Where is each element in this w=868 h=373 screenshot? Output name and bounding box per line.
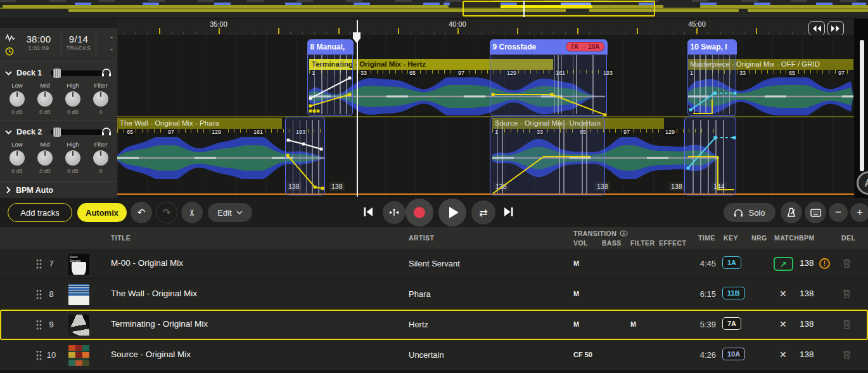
col-match[interactable]: MATCH (774, 234, 799, 242)
delete-track-button[interactable] (843, 289, 851, 301)
chevron-down-icon[interactable] (5, 130, 12, 134)
skip-to-end-button[interactable] (503, 206, 514, 220)
playhead-line[interactable] (357, 20, 358, 197)
solo-button[interactable]: Solo (724, 203, 775, 222)
transition-filter-value[interactable]: M (630, 320, 636, 328)
key-badge[interactable]: 7A (722, 317, 741, 330)
col-transition[interactable]: TRANSITION (573, 230, 628, 237)
bpm-automation-line[interactable] (117, 193, 854, 195)
ruler-minor-tick (422, 32, 423, 34)
transition-region[interactable]: 9 Crossfade7A → 10A (490, 39, 607, 116)
key-badge[interactable]: 11B (722, 287, 745, 299)
ruler-minor-tick (482, 32, 482, 34)
col-del[interactable]: DEL (841, 234, 855, 242)
overview-minimap[interactable] (0, 0, 868, 19)
knob-low-control[interactable] (10, 91, 25, 107)
drag-handle-icon[interactable] (36, 320, 42, 330)
drag-handle-icon[interactable] (36, 350, 42, 361)
col-nrg[interactable]: NRG (751, 234, 767, 242)
col-filter[interactable]: FILTER (630, 239, 654, 247)
arrangement-timeline[interactable]: 1336597129161193Terminating - Original M… (117, 35, 854, 198)
knob-high-control[interactable] (65, 91, 80, 107)
transition-region[interactable] (684, 117, 736, 195)
transition-region[interactable]: 10 Swap, I (687, 39, 736, 116)
drag-handle-icon[interactable] (36, 289, 42, 300)
redo-button[interactable]: ↷ (156, 202, 177, 223)
track-title[interactable]: M-00 - Original Mix (111, 258, 183, 268)
transition-vol-value[interactable]: M (573, 290, 579, 298)
playlist-row[interactable]: 7 Silent Servant M-00 - Original Mix Sil… (0, 249, 868, 279)
slider-handle[interactable] (53, 69, 61, 78)
col-effect[interactable]: EFFECT (659, 239, 686, 247)
transition-vol-value[interactable]: M (573, 259, 579, 267)
no-match-icon[interactable]: ✕ (779, 289, 787, 299)
metronome-button[interactable] (781, 202, 802, 223)
knob-high-control[interactable] (65, 150, 80, 166)
no-match-icon[interactable]: ✕ (779, 319, 787, 329)
transition-vol-value[interactable]: CF 50 (573, 351, 592, 358)
cut-button[interactable]: ✂ (181, 202, 203, 223)
delete-track-button[interactable] (843, 259, 851, 271)
knob-mid-control[interactable] (37, 150, 53, 166)
deck-1-volume-slider[interactable] (51, 70, 103, 76)
delete-track-button[interactable] (843, 350, 851, 362)
bpm-auto-section[interactable]: BPM Auto (0, 181, 117, 198)
key-badge[interactable]: 1A (722, 256, 741, 269)
transition-region[interactable]: 8 Manual, (307, 39, 353, 116)
knob-mid-control[interactable] (37, 91, 53, 107)
track-title[interactable]: Source - Original Mix (111, 350, 191, 359)
knob-value: 0 dB (33, 168, 57, 174)
transition-region[interactable] (490, 117, 605, 195)
playlist-row[interactable]: 10 Source - Original Mix Uncertain CF 50… (0, 340, 868, 370)
col-title[interactable]: TITLE (111, 234, 131, 242)
record-button[interactable] (405, 199, 433, 226)
album-art: Silent Servant (68, 254, 89, 275)
zoom-out-button[interactable]: − (829, 203, 848, 222)
col-vol[interactable]: VOL (573, 239, 588, 247)
minimap-cue-segment (75, 3, 91, 5)
playlist-row[interactable]: 8 The Wall - Original Mix Phara M 6:15 1… (0, 279, 868, 310)
fast-forward-button[interactable] (827, 21, 844, 36)
track-title-bar[interactable]: The Wall - Original Mix - Phara (117, 118, 282, 129)
playlist-row[interactable]: 9 Terminating - Original Mix Hertz M M 5… (0, 310, 868, 340)
edit-dropdown[interactable]: Edit (208, 203, 252, 222)
headphones-icon[interactable] (101, 127, 112, 137)
rewind-button[interactable] (808, 21, 825, 36)
jump-to-playhead-button[interactable] (383, 201, 405, 224)
transition-vol-value[interactable]: M (573, 320, 579, 328)
skip-to-start-button[interactable] (362, 206, 374, 220)
col-artist[interactable]: ARTIST (409, 234, 434, 242)
knob-filter-control[interactable] (93, 150, 108, 166)
undo-button[interactable]: ↶ (131, 202, 152, 223)
slider-handle[interactable] (53, 128, 61, 137)
no-match-icon[interactable]: ✕ (779, 350, 787, 360)
col-bass[interactable]: BASS (602, 239, 622, 247)
timeline-ruler[interactable]: 35:0040:0045:00 (117, 19, 854, 35)
bpm-warning-icon[interactable]: ! (819, 258, 830, 269)
vertical-scrollbar-thumb[interactable] (860, 40, 864, 171)
transition-region[interactable] (285, 117, 325, 195)
zoom-in-button[interactable]: + (850, 203, 868, 222)
add-tracks-button[interactable]: Add tracks (8, 203, 72, 222)
play-button[interactable] (438, 199, 466, 226)
chevron-down-icon[interactable] (5, 71, 12, 75)
col-bpm[interactable]: BPM (799, 234, 815, 242)
deck-2-volume-slider[interactable] (51, 129, 103, 135)
knob-low-control[interactable] (10, 150, 25, 166)
knob-filter-control[interactable] (93, 91, 108, 107)
col-time[interactable]: TIME (698, 234, 715, 242)
match-arrow-badge[interactable]: ↗ (774, 257, 793, 271)
minimap-cue-segment (444, 3, 450, 5)
key-badge[interactable]: 10A (722, 348, 745, 360)
headphones-icon[interactable] (101, 68, 112, 78)
delete-track-button[interactable] (843, 320, 851, 332)
keyboard-shortcuts-button[interactable] (805, 202, 826, 223)
minimap-viewport[interactable] (463, 1, 655, 16)
track-title[interactable]: Terminating - Original Mix (111, 319, 208, 329)
automix-button[interactable]: Automix (77, 203, 127, 222)
eye-icon[interactable] (620, 230, 628, 237)
track-title[interactable]: The Wall - Original Mix (111, 289, 197, 298)
col-key[interactable]: KEY (724, 234, 738, 242)
loop-button[interactable]: ⇄ (471, 200, 495, 225)
drag-handle-icon[interactable] (36, 259, 42, 270)
